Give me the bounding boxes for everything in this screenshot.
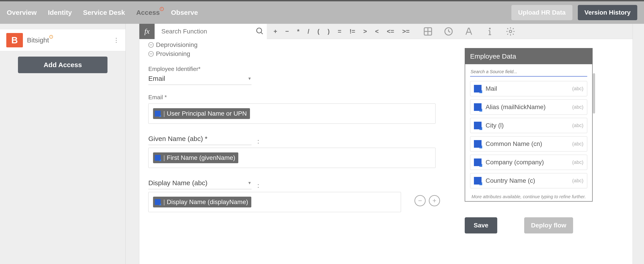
op-lte[interactable]: <= [387,28,394,35]
text-icon[interactable] [464,26,474,36]
tree-provisioning-label: Provisioning [156,50,190,58]
svg-line-7 [448,32,450,32]
source-field-type: (abc) [572,178,584,184]
info-icon[interactable] [485,26,495,36]
op-gt[interactable]: > [363,28,367,35]
nav-observe[interactable]: Observe [171,9,198,16]
given-name-label: Given Name (abc) * [148,135,207,142]
display-name-expression-input[interactable]: | Display Name (displayName) [148,192,401,212]
source-field-type: (abc) [572,122,584,128]
given-name-expression-input[interactable]: | First Name (givenName) [148,148,436,168]
source-field-icon [474,177,482,184]
given-name-chip-label: First Name (givenName) [167,154,235,162]
op-eq[interactable]: = [338,28,341,35]
email-chip[interactable]: | User Principal Name or UPN [153,108,250,119]
employee-data-panel: Employee Data Mail (abc) Alias (mailNick… [465,48,592,202]
source-field-icon [155,155,161,161]
tree-provisioning[interactable]: Provisioning [148,50,440,58]
tree-deprovisioning[interactable]: Deprovisioning [148,40,440,50]
source-field-label: Mail [486,85,497,92]
collapse-icon [148,51,154,56]
source-field-label: Country Name (c) [486,177,535,184]
calculator-icon[interactable] [423,26,433,36]
op-lparen[interactable]: ( [317,28,319,35]
add-field-button[interactable]: + [429,195,440,206]
employee-identifier-value: Email [148,75,165,82]
source-field-type: (abc) [572,86,584,92]
email-chip-label: User Principal Name or UPN [167,110,246,117]
op-neq[interactable]: != [350,28,355,35]
source-field-country[interactable]: Country Name (c) (abc) [470,173,587,188]
fx-icon[interactable]: fx [139,24,154,39]
app-warning-icon: ! [49,35,53,38]
source-field-common-name[interactable]: Common Name (cn) (abc) [470,136,587,152]
source-field-icon [474,158,482,166]
colon-separator: : [258,182,259,189]
search-icon[interactable] [256,27,264,37]
source-field-type: (abc) [572,104,584,110]
chevron-down-icon: ▼ [248,76,252,81]
op-minus[interactable]: − [285,28,289,35]
svg-point-8 [490,28,490,29]
save-button[interactable]: Save [465,217,497,234]
source-field-icon [155,199,161,205]
op-divide[interactable]: / [308,28,310,35]
source-field-label: Alias (mailNickName) [486,104,546,111]
nav-service-desk[interactable]: Service Desk [83,9,125,16]
employee-identifier-select[interactable]: Email ▼ [148,72,252,85]
sidebar: B Bitsight ! ⋮ Add Access [0,24,126,264]
tree-deprovisioning-label: Deprovisioning [156,41,198,48]
op-plus[interactable]: + [274,28,277,35]
remove-field-button[interactable]: − [414,195,426,206]
nav-identity[interactable]: Identity [48,9,72,16]
function-search-input[interactable] [154,24,267,39]
source-field-label: City (l) [486,122,504,129]
source-field-alias[interactable]: Alias (mailNickName) (abc) [470,100,587,115]
deploy-flow-button[interactable]: Deploy flow [524,217,573,234]
given-name-select[interactable]: Given Name (abc) * [148,133,252,145]
app-menu-kebab-icon[interactable]: ⋮ [113,37,119,44]
source-field-city[interactable]: City (l) (abc) [470,118,587,133]
nav-access-label: Access [136,9,160,16]
collapse-icon [148,42,154,48]
app-row-bitsight[interactable]: B Bitsight ! ⋮ [0,30,126,51]
display-name-chip[interactable]: | Display Name (displayName) [153,197,251,208]
operator-buttons: + − * / ( ) = != > < <= >= [267,28,416,35]
source-field-icon [474,122,482,129]
version-history-button[interactable]: Version History [578,5,637,20]
scrollbar-thumb[interactable] [593,73,595,114]
source-field-search-input[interactable] [470,67,587,76]
email-label: Email * [148,94,440,101]
svg-line-1 [261,32,263,34]
email-expression-input[interactable]: | User Principal Name or UPN [148,104,436,124]
employee-identifier-label: Employee Identifier* [148,66,440,72]
source-field-company[interactable]: Company (company) (abc) [470,155,587,170]
source-field-type: (abc) [572,141,584,147]
colon-separator: : [258,138,259,145]
display-name-chip-label: Display Name (displayName) [167,198,248,206]
nav-access[interactable]: Access ! [136,9,160,16]
display-name-select[interactable]: Display Name (abc) ▼ [148,177,252,189]
add-access-button[interactable]: Add Access [18,56,108,73]
nav-overview[interactable]: Overview [7,9,36,16]
source-field-icon [474,85,482,92]
source-field-mail[interactable]: Mail (abc) [470,81,587,96]
clock-icon[interactable] [444,26,454,36]
source-field-type: (abc) [572,160,584,165]
source-field-icon [474,103,482,111]
upload-hr-data-button[interactable]: Upload HR Data [512,5,572,20]
op-lt[interactable]: < [375,28,378,35]
settings-icon[interactable] [506,26,516,36]
svg-point-12 [509,30,512,32]
warning-icon: ! [160,7,164,11]
source-field-label: Company (company) [486,159,544,166]
app-logo-icon: B [6,33,23,47]
op-multiply[interactable]: * [297,28,300,35]
more-attributes-hint: More attributes available, continue typi… [465,193,592,201]
source-field-icon [155,111,161,116]
op-gte[interactable]: >= [402,28,410,35]
op-rparen[interactable]: ) [328,28,330,35]
display-name-label: Display Name (abc) [148,179,207,187]
given-name-chip[interactable]: | First Name (givenName) [153,152,238,163]
formula-toolbar: fx + − * / ( ) = != > < [139,24,632,39]
